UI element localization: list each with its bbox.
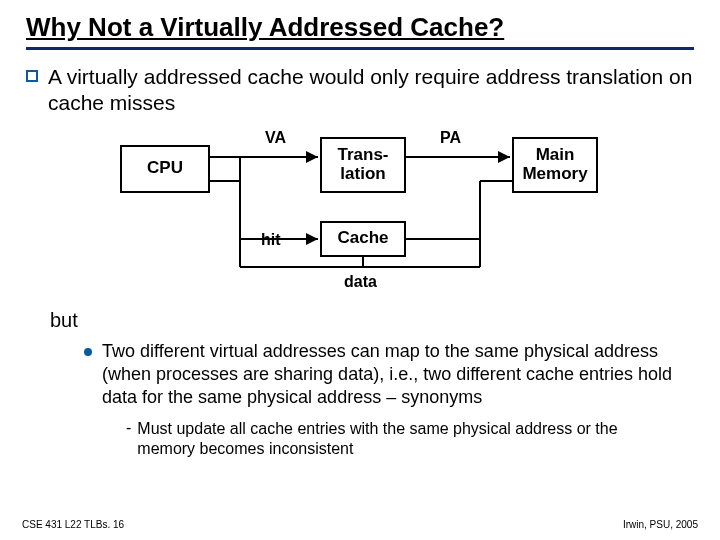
dash-bullet-icon: - <box>126 419 131 437</box>
data-label: data <box>344 273 377 291</box>
footer-right: Irwin, PSU, 2005 <box>623 519 698 530</box>
translation-box: Trans- lation <box>320 137 406 193</box>
pa-label: PA <box>440 129 461 147</box>
dash-bullet-text: Must update all cache entries with the s… <box>137 419 674 461</box>
sub-bullet-row: Two different virtual addresses can map … <box>84 340 690 409</box>
square-bullet-icon <box>26 70 38 82</box>
main-bullet-text: A virtually addressed cache would only r… <box>48 64 694 117</box>
circle-bullet-icon <box>84 348 92 356</box>
cache-box: Cache <box>320 221 406 257</box>
hit-label: hit <box>261 231 281 249</box>
dash-bullet-row: - Must update all cache entries with the… <box>126 419 674 461</box>
but-label: but <box>50 309 694 332</box>
va-label: VA <box>265 129 286 147</box>
cpu-box: CPU <box>120 145 210 193</box>
main-bullet-row: A virtually addressed cache would only r… <box>26 64 694 117</box>
slide-title: Why Not a Virtually Addressed Cache? <box>26 12 694 50</box>
footer-left: CSE 431 L22 TLBs. 16 <box>22 519 124 530</box>
main-memory-box: Main Memory <box>512 137 598 193</box>
diagram: CPU Trans- lation Main Memory Cache VA P… <box>110 127 610 297</box>
sub-bullet-text: Two different virtual addresses can map … <box>102 340 690 409</box>
